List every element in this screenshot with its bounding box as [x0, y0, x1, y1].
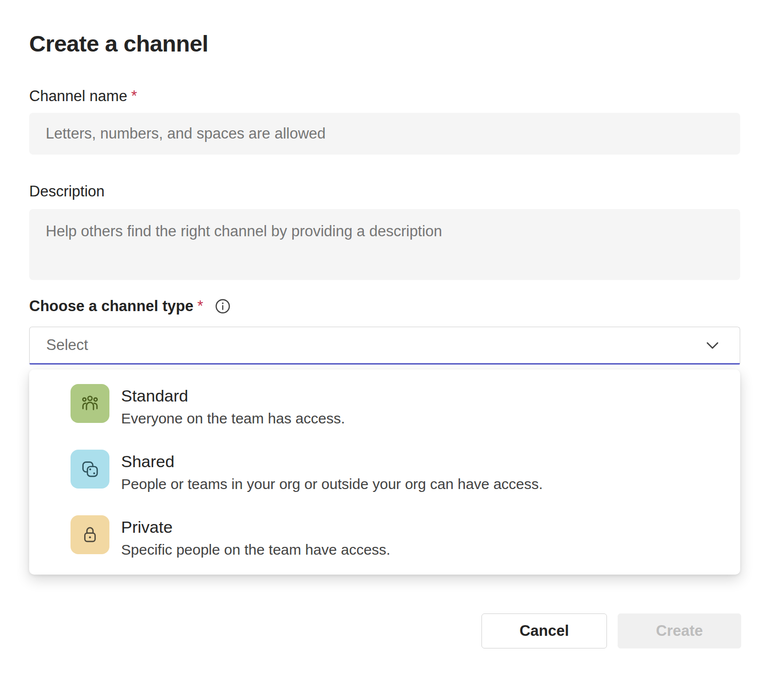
option-private-description: Specific people on the team have access.: [121, 540, 391, 560]
info-icon[interactable]: [214, 298, 231, 315]
lock-icon: [71, 515, 109, 554]
description-label-row: Description: [29, 183, 105, 200]
cancel-button[interactable]: Cancel: [481, 613, 607, 648]
option-standard-name: Standard: [121, 385, 345, 406]
option-private-name: Private: [121, 516, 391, 538]
channel-type-label-row: Choose a channel type*: [29, 298, 231, 315]
description-input[interactable]: [29, 209, 740, 280]
option-shared-description: People or teams in your org or outside y…: [121, 474, 543, 494]
channel-type-label: Choose a channel type: [29, 298, 194, 315]
option-private[interactable]: Private Specific people on the team have…: [29, 515, 740, 559]
option-shared-text: Shared People or teams in your org or ou…: [121, 450, 543, 494]
channel-name-label: Channel name: [29, 88, 127, 105]
dialog-footer: Cancel Create: [481, 613, 741, 648]
chevron-down-icon: [704, 336, 721, 354]
option-shared-name: Shared: [121, 451, 543, 472]
channel-type-select[interactable]: Select: [29, 327, 740, 365]
option-private-text: Private Specific people on the team have…: [121, 515, 391, 560]
channel-type-dropdown: Standard Everyone on the team has access…: [29, 369, 740, 575]
shared-channel-icon: [71, 450, 109, 489]
people-team-icon: [71, 384, 109, 423]
channel-name-label-row: Channel name*: [29, 88, 137, 105]
page-title: Create a channel: [29, 30, 208, 57]
channel-type-required-asterisk: *: [197, 298, 203, 315]
option-shared[interactable]: Shared People or teams in your org or ou…: [29, 450, 740, 493]
option-standard-text: Standard Everyone on the team has access…: [121, 384, 345, 428]
create-button[interactable]: Create: [618, 613, 741, 648]
channel-type-selected-value: Select: [46, 336, 88, 354]
channel-name-input[interactable]: [29, 113, 740, 155]
channel-name-required-asterisk: *: [131, 88, 137, 105]
option-standard-description: Everyone on the team has access.: [121, 409, 345, 428]
option-standard[interactable]: Standard Everyone on the team has access…: [29, 384, 740, 428]
description-label: Description: [29, 183, 105, 200]
